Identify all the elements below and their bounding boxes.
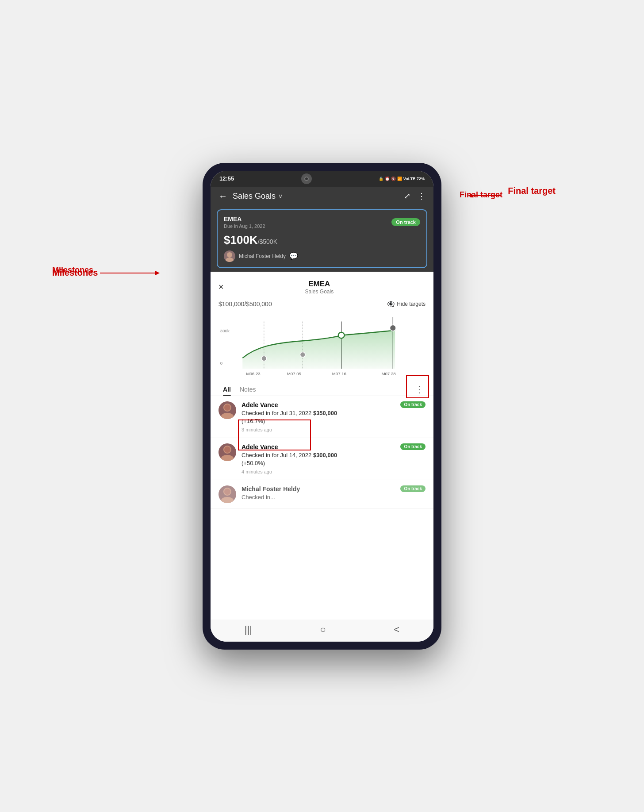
tab-notes[interactable]: Notes	[235, 383, 261, 396]
svg-point-6	[221, 455, 234, 461]
goal-card-footer: Michal Foster Heldy 💬	[224, 250, 420, 262]
goal-due-date: Due in Aug 1, 2022	[224, 223, 265, 229]
signal-icon: VoLTE	[403, 177, 415, 181]
milestones-arrow	[98, 269, 160, 277]
x-label-1: M06 23	[246, 371, 260, 376]
svg-point-4	[224, 404, 230, 411]
alarm-icon: ⏰	[385, 177, 390, 181]
back-button[interactable]: ←	[218, 191, 227, 201]
x-label-2: M07 05	[287, 371, 301, 376]
hide-icon: 👁️‍🗨️	[387, 300, 395, 308]
chart-area-fill	[242, 330, 395, 369]
activity-item: Adele Vance On track Checked in for Jul …	[211, 396, 433, 438]
tab-all[interactable]: All	[218, 383, 235, 396]
avatar-michal	[218, 485, 236, 503]
activity-time-1: 3 minutes ago	[242, 427, 426, 432]
svg-point-0	[227, 252, 232, 258]
activity-content-2: Adele Vance On track Checked in for Jul …	[242, 443, 426, 474]
bottom-nav: ||| ○ <	[211, 620, 433, 642]
modal-sheet: × EMEA Sales Goals $100,000/$500,000 👁️‍…	[211, 273, 433, 642]
activity-name-2: Adele Vance	[242, 443, 278, 450]
current-dot	[338, 332, 345, 338]
status-icons: 🔒 ⏰ 🔇 📶 VoLTE 72%	[379, 177, 425, 181]
chart-svg: 300k 0	[217, 310, 427, 381]
comment-icon[interactable]: 💬	[289, 252, 298, 260]
activity-content-1: Adele Vance On track Checked in for Jul …	[242, 401, 426, 432]
activity-body-3: Checked in...	[242, 493, 426, 501]
nav-title: Sales Goals ∨	[233, 192, 404, 201]
status-badge-bg: On track	[391, 218, 420, 226]
avatar-adele-1	[218, 401, 236, 419]
milestones-annotation-text: Milestones	[52, 268, 98, 278]
menu-button[interactable]: |||	[245, 624, 252, 635]
more-tabs-icon[interactable]: ⋮	[413, 384, 426, 395]
chart-container: 300k 0	[211, 310, 433, 381]
svg-marker-12	[155, 271, 160, 275]
svg-point-7	[224, 446, 230, 453]
modal-current-amount: $100,000	[218, 300, 244, 308]
x-label-3: M07 16	[332, 371, 346, 376]
nav-right: ⤢ ⋮	[404, 191, 426, 201]
milestone-dot-2	[300, 352, 305, 357]
y-axis-zero: 0	[220, 360, 223, 365]
y-axis-label: 300k	[220, 328, 230, 333]
modal-title-group: EMEA Sales Goals	[224, 280, 415, 295]
svg-point-3	[221, 413, 234, 419]
target-amount-bg2: $500K	[260, 238, 277, 245]
status-bar: 12:55 🔒 ⏰ 🔇 📶 VoLTE 72%	[211, 171, 433, 187]
milestones-annotation-group: Milestones	[52, 268, 160, 278]
activity-status-3: On track	[400, 485, 426, 492]
phone-shell: 12:55 🔒 ⏰ 🔇 📶 VoLTE 72% ←	[203, 163, 441, 650]
background-section: ← Sales Goals ∨ ⤢ ⋮ EMEA Due	[211, 187, 433, 272]
status-time: 12:55	[219, 175, 234, 182]
final-target-annotation-text: Final target	[508, 186, 556, 196]
avatar-adele-2	[218, 443, 236, 461]
goal-card-header: EMEA Due in Aug 1, 2022 On track	[224, 216, 420, 229]
hide-targets-button[interactable]: 👁️‍🗨️ Hide targets	[387, 300, 426, 308]
final-target-arrow	[468, 191, 503, 200]
activity-item: Michal Foster Heldy On track Checked in.…	[211, 480, 433, 509]
activity-header-2: Adele Vance On track	[242, 443, 426, 450]
milestone-dot-1	[261, 356, 267, 361]
expand-icon[interactable]: ⤢	[404, 191, 410, 201]
svg-point-9	[221, 497, 234, 503]
goal-amount-large: $100K/$500K	[224, 233, 420, 247]
camera-icon	[301, 173, 312, 184]
wifi-icon: 📶	[397, 177, 402, 181]
activity-time-2: 4 minutes ago	[242, 469, 426, 474]
activity-content-3: Michal Foster Heldy On track Checked in.…	[242, 485, 426, 503]
svg-point-1	[226, 258, 234, 262]
owner-avatar-small	[224, 250, 235, 262]
mute-icon: 🔇	[391, 177, 396, 181]
svg-point-10	[224, 489, 230, 495]
activity-header-3: Michal Foster Heldy On track	[242, 485, 426, 493]
modal-header: × EMEA Sales Goals	[211, 273, 433, 297]
more-options-icon[interactable]: ⋮	[418, 191, 426, 201]
activity-name-3: Michal Foster Heldy	[242, 485, 300, 493]
activity-list: Adele Vance On track Checked in for Jul …	[211, 396, 433, 620]
back-button-nav[interactable]: <	[394, 624, 399, 635]
nav-bar: ← Sales Goals ∨ ⤢ ⋮	[211, 187, 433, 206]
activity-item: Adele Vance On track Checked in for Jul …	[211, 438, 433, 480]
final-target-dot	[390, 325, 396, 331]
activity-header-1: Adele Vance On track	[242, 401, 426, 408]
activity-body-1: Checked in for Jul 31, 2022 $350,000 (+1…	[242, 409, 426, 425]
final-target-annotation-group: Final target	[508, 186, 556, 196]
progress-row: $100,000/$500,000 👁️‍🗨️ Hide targets	[211, 297, 433, 310]
modal-title: EMEA	[224, 280, 415, 289]
goal-team-name: EMEA	[224, 216, 265, 223]
home-button[interactable]: ○	[320, 624, 326, 635]
activity-body-2: Checked in for Jul 14, 2022 $300,000 (+5…	[242, 451, 426, 467]
tabs-row: All Notes ⋮	[211, 381, 433, 396]
x-label-4: M07 28	[381, 371, 395, 376]
activity-status-2: On track	[400, 443, 426, 450]
activity-status-1: On track	[400, 401, 426, 408]
hide-targets-label: Hide targets	[397, 301, 426, 307]
activity-name-1: Adele Vance	[242, 401, 278, 408]
modal-subtitle: Sales Goals	[224, 289, 415, 295]
owner-name-bg: Michal Foster Heldy	[239, 253, 286, 259]
close-button[interactable]: ×	[218, 282, 224, 292]
battery-icon: 72%	[417, 177, 425, 181]
svg-marker-14	[468, 193, 472, 198]
current-amount-bg: $100K	[224, 233, 258, 246]
